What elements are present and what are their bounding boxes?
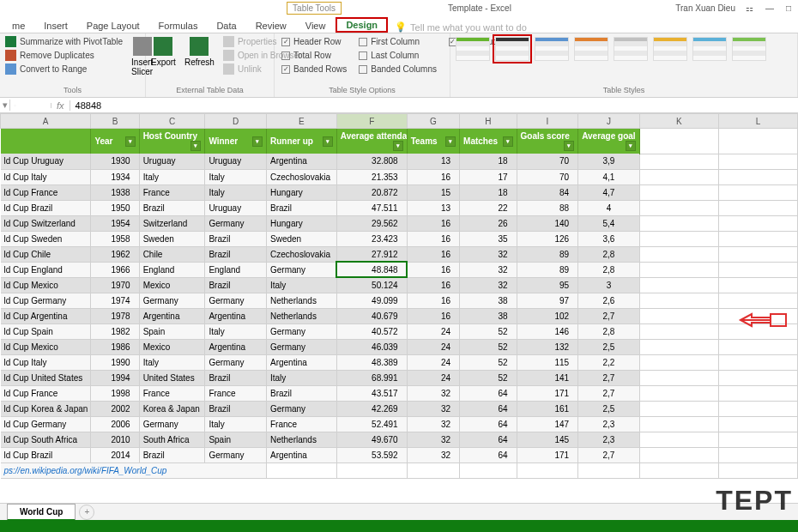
filter-dropdown-icon[interactable]: ▾: [323, 136, 333, 147]
table-style-swatch[interactable]: [574, 37, 608, 61]
table-row[interactable]: ld Cup South Africa2010South AfricaSpain…: [1, 432, 798, 447]
minimize-icon[interactable]: —: [765, 3, 774, 13]
first-column-checkbox[interactable]: First Column: [355, 35, 440, 48]
name-box-dropdown[interactable]: ▾: [0, 100, 10, 111]
user-name: Tran Xuan Dieu: [675, 3, 735, 13]
formula-bar: ▾ × fx 48848: [0, 98, 798, 113]
name-box[interactable]: ×: [10, 103, 51, 108]
header-row-checkbox[interactable]: ✓Header Row: [278, 35, 350, 48]
table-header-row: Year▾Host Country▾Winner▾Runner up▾Avera…: [1, 129, 798, 154]
export-button[interactable]: Export: [149, 35, 178, 69]
maximize-icon[interactable]: □: [786, 3, 791, 13]
filter-dropdown-icon[interactable]: ▾: [626, 141, 636, 151]
summarize-pivot-button[interactable]: Summarize with PivotTable: [3, 35, 124, 48]
sheet-tabs: World Cup +: [0, 503, 798, 520]
total-row-checkbox[interactable]: Total Row: [278, 49, 350, 62]
table-row[interactable]: ld Cup Uruguay1930UruguayUruguayArgentin…: [1, 154, 798, 169]
table-style-swatch[interactable]: [495, 37, 529, 61]
column-header[interactable]: I: [517, 114, 578, 129]
table-row[interactable]: ld Cup France1998FranceFranceBrazil43.51…: [1, 385, 798, 401]
table-style-swatch[interactable]: [732, 37, 766, 61]
table-style-swatch[interactable]: [456, 37, 490, 61]
table-row[interactable]: ld Cup Germany2006GermanyItalyFrance52.4…: [1, 416, 798, 432]
filter-dropdown-icon[interactable]: ▾: [503, 136, 513, 147]
tell-me-search[interactable]: 💡 Tell me what you want to do: [390, 21, 527, 33]
column-header[interactable]: F: [336, 114, 407, 129]
table-row[interactable]: ld Cup Germany1974GermanyGermanyNetherla…: [1, 293, 798, 308]
table-row[interactable]: ld Cup United States1994United StatesBra…: [1, 370, 798, 385]
table-row[interactable]: ld Cup Mexico1970MexicoBrazilItaly50.124…: [1, 277, 798, 293]
banded-rows-checkbox[interactable]: ✓Banded Rows: [278, 63, 350, 76]
table-row[interactable]: ld Cup France1938FranceItalyHungary20.87…: [1, 184, 798, 200]
context-tab-label: Table Tools: [287, 2, 342, 15]
table-row[interactable]: ld Cup Brazil2014BrazilGermanyArgentina5…: [1, 447, 798, 462]
filter-dropdown-icon[interactable]: ▾: [190, 141, 201, 151]
tab-home[interactable]: me: [3, 19, 33, 33]
table-row[interactable]: ld Cup Sweden1958SwedenBrazilSweden23.42…: [1, 231, 798, 246]
sheet-tab-worldcup[interactable]: World Cup: [7, 504, 76, 521]
ribbon-tabs: me Insert Page Layout Formulas Data Revi…: [0, 15, 798, 33]
lightbulb-icon: 💡: [395, 21, 407, 33]
column-header[interactable]: B: [91, 114, 139, 129]
filter-dropdown-icon[interactable]: ▾: [252, 136, 263, 147]
table-row[interactable]: ld Cup England1966EnglandEnglandGermany4…: [1, 262, 798, 277]
convert-range-button[interactable]: Convert to Range: [3, 63, 124, 76]
titlebar: Table Tools Template - Excel Tran Xuan D…: [0, 0, 798, 15]
table-style-swatch[interactable]: [535, 37, 569, 61]
remove-duplicates-button[interactable]: Remove Duplicates: [3, 49, 124, 62]
window-title: Template - Excel: [448, 3, 511, 13]
column-header[interactable]: K: [639, 114, 718, 129]
formula-input[interactable]: 48848: [70, 100, 798, 111]
tab-formulas[interactable]: Formulas: [150, 19, 207, 33]
table-row[interactable]: ld Cup Chile1962ChileBrazilCzechoslovaki…: [1, 246, 798, 262]
table-row[interactable]: ld Cup Switzerland1954SwitzerlandGermany…: [1, 215, 798, 231]
table-row[interactable]: ld Cup Argentina1978ArgentinaArgentinaNe…: [1, 308, 798, 323]
ribbon-options-icon[interactable]: ⚏: [746, 3, 753, 13]
watermark: TEPT: [716, 485, 793, 517]
table-row[interactable]: ld Cup Mexico1986MexicoArgentinaGermany4…: [1, 339, 798, 354]
table-style-swatch[interactable]: [692, 37, 727, 61]
refresh-button[interactable]: Refresh: [183, 35, 216, 69]
source-link[interactable]: ps://en.wikipedia.org/wiki/FIFA_World_Cu…: [1, 462, 267, 478]
table-style-swatch[interactable]: [614, 37, 648, 61]
tab-page-layout[interactable]: Page Layout: [78, 19, 148, 33]
table-row[interactable]: ld Cup Korea & Japan2002Korea & JapanBra…: [1, 401, 798, 416]
fx-icon[interactable]: fx: [51, 100, 70, 111]
add-sheet-button[interactable]: +: [79, 505, 94, 520]
group-label-options: Table Style Options: [278, 86, 446, 95]
ribbon: Summarize with PivotTable Remove Duplica…: [0, 33, 798, 98]
column-header[interactable]: J: [578, 114, 640, 129]
column-header[interactable]: G: [407, 114, 459, 129]
group-label-tools: Tools: [3, 86, 142, 95]
tab-view[interactable]: View: [297, 19, 335, 33]
column-header[interactable]: C: [139, 114, 205, 129]
last-column-checkbox[interactable]: Last Column: [355, 49, 440, 62]
banded-columns-checkbox[interactable]: Banded Columns: [355, 63, 440, 76]
tab-review[interactable]: Review: [247, 19, 295, 33]
table-style-swatch[interactable]: [653, 37, 687, 61]
group-label-external: External Table Data: [149, 86, 270, 95]
column-header[interactable]: H: [460, 114, 517, 129]
table-styles-gallery[interactable]: [454, 35, 794, 86]
tab-data[interactable]: Data: [208, 19, 245, 33]
tab-insert[interactable]: Insert: [35, 19, 76, 33]
table-row[interactable]: ld Cup Brazil1950BrazilUruguayBrazil47.5…: [1, 200, 798, 215]
table-row[interactable]: ld Cup Italy1990ItalyGermanyArgentina48.…: [1, 354, 798, 370]
table-row[interactable]: ld Cup Spain1982SpainItalyGermany40.5722…: [1, 323, 798, 339]
column-header[interactable]: D: [205, 114, 267, 129]
filter-dropdown-icon[interactable]: ▾: [564, 141, 574, 151]
group-label-styles: Table Styles: [454, 86, 794, 95]
filter-dropdown-icon[interactable]: ▾: [393, 141, 403, 151]
column-header[interactable]: L: [718, 114, 797, 129]
column-header[interactable]: A: [1, 114, 91, 129]
column-headers-row: ABCDEFGHIJKL: [1, 114, 798, 129]
filter-dropdown-icon[interactable]: ▾: [125, 136, 136, 147]
status-bar: [0, 520, 798, 532]
column-header[interactable]: E: [266, 114, 336, 129]
spreadsheet-grid[interactable]: ABCDEFGHIJKL Year▾Host Country▾Winner▾Ru…: [0, 113, 798, 479]
tab-design[interactable]: Design: [336, 17, 388, 33]
table-row[interactable]: ld Cup Italy1934ItalyItalyCzechoslovakia…: [1, 169, 798, 184]
filter-dropdown-icon[interactable]: ▾: [445, 136, 456, 147]
annotation-arrow: [736, 307, 788, 333]
